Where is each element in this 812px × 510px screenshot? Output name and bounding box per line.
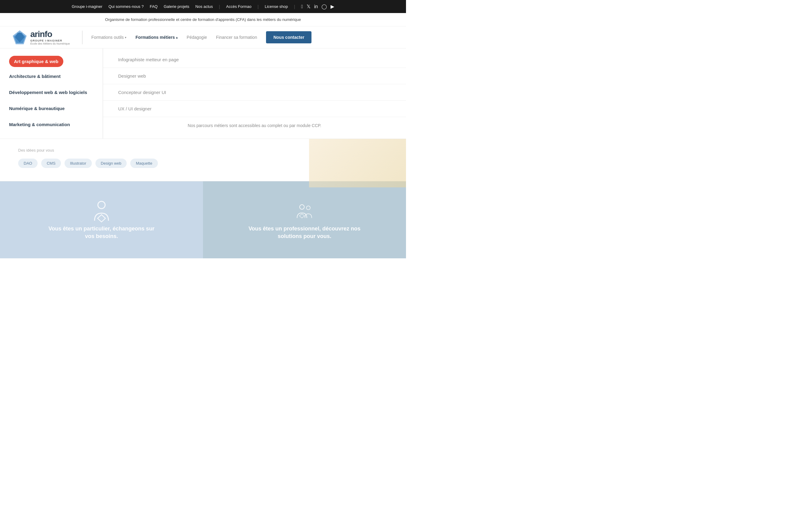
formations-metiers-dropdown: Art graphique & web Architecture & bâtim… xyxy=(0,49,406,139)
chevron-up-icon: ▴ xyxy=(176,36,178,39)
nav-formations-metiers[interactable]: Formations métiers ▴ xyxy=(136,35,178,40)
topbar-link-formao[interactable]: Accès Formao xyxy=(226,4,251,9)
professionnel-icon xyxy=(294,199,315,225)
cta-particulier-text: Vous êtes un particulier, échangeons sur… xyxy=(49,225,154,240)
svg-point-3 xyxy=(98,201,105,208)
dropdown-item-infographiste[interactable]: Infographiste metteur en page xyxy=(103,52,406,68)
cta-professionnel-text: Vous êtes un professionnel, découvrez no… xyxy=(248,225,361,240)
tag-dao[interactable]: DAO xyxy=(18,159,37,168)
instagram-icon[interactable]: ◯ xyxy=(322,4,327,9)
nav-pedagogie[interactable]: Pédagogie xyxy=(187,35,207,40)
topbar-link-faq[interactable]: FAQ xyxy=(150,4,157,9)
sidebar-item-marketing[interactable]: Marketing & communication xyxy=(9,118,94,131)
logo-subtitle-text: École des Métiers du Numérique xyxy=(30,42,70,45)
logo-diamond-icon xyxy=(12,30,27,45)
separator-2: | xyxy=(258,4,259,9)
separator-1: | xyxy=(219,4,220,9)
topbar-link-license[interactable]: License shop xyxy=(265,4,288,9)
chevron-down-icon: ▾ xyxy=(125,36,126,39)
tag-cms[interactable]: CMS xyxy=(41,159,61,168)
separator-3: | xyxy=(294,4,295,9)
tag-illustrator[interactable]: Illustrator xyxy=(64,159,91,168)
sidebar-item-numerique[interactable]: Numérique & bureautique xyxy=(9,102,94,115)
hero-image-overlay xyxy=(309,139,406,188)
tag-maquette[interactable]: Maquette xyxy=(130,159,157,168)
dropdown-item-designer-web[interactable]: Designer web xyxy=(103,68,406,84)
topbar-link-groupe[interactable]: Groupe i-maginer xyxy=(72,4,102,9)
logo-groupe-text: GROUPE I-MAGINER xyxy=(30,39,70,42)
search-tags-area: Des idées pour vous DAO CMS Illustrator … xyxy=(0,139,406,181)
tag-design-web[interactable]: Design web xyxy=(95,159,127,168)
particulier-icon xyxy=(91,199,112,225)
dropdown-item-ux-ui[interactable]: UX / UI designer xyxy=(103,101,406,117)
sidebar-item-wrapper-3: Numérique & bureautique xyxy=(9,101,94,116)
topbar-link-qui[interactable]: Qui sommes-nous ? xyxy=(109,4,144,9)
cta-professionnel[interactable]: Vous êtes un professionnel, découvrez no… xyxy=(203,181,406,258)
logo-area[interactable]: arinfo GROUPE I-MAGINER École des Métier… xyxy=(12,29,70,45)
contact-button[interactable]: Nous contacter xyxy=(266,31,311,44)
sidebar-item-wrapper-0: Art graphique & web xyxy=(9,55,94,68)
sidebar-item-art-graphique[interactable]: Art graphique & web xyxy=(9,56,63,67)
dropdown-item-concepteur[interactable]: Concepteur designer UI xyxy=(103,84,406,101)
nav-formations-outils[interactable]: Formations outils ▾ xyxy=(91,35,127,40)
svg-point-5 xyxy=(300,205,304,209)
main-navigation: arinfo GROUPE I-MAGINER École des Métier… xyxy=(0,26,406,49)
tagline-text: Organisme de formation professionnelle e… xyxy=(105,17,301,22)
nav-financer[interactable]: Financer sa formation xyxy=(216,35,257,40)
sidebar-item-wrapper-2: Développement web & web logiciels xyxy=(9,84,94,101)
cta-section: Vous êtes un particulier, échangeons sur… xyxy=(0,181,406,258)
topbar-link-galerie[interactable]: Galerie projets xyxy=(163,4,189,9)
svg-point-6 xyxy=(306,206,310,210)
logo-arinfo-text: arinfo xyxy=(30,29,70,39)
topbar-link-actus[interactable]: Nos actus xyxy=(196,4,213,9)
top-navigation-bar: Groupe i-maginer Qui sommes-nous ? FAQ G… xyxy=(0,0,406,13)
cta-particulier[interactable]: Vous êtes un particulier, échangeons sur… xyxy=(0,181,203,258)
nav-links-group: Formations outils ▾ Formations métiers ▴… xyxy=(91,31,394,44)
sidebar-item-wrapper-1: Architecture & bâtiment xyxy=(9,68,94,84)
sidebar-item-architecture[interactable]: Architecture & bâtiment xyxy=(9,69,94,83)
youtube-icon[interactable]: ▶ xyxy=(331,4,334,9)
dropdown-note-text: Nos parcours métiers sont accessibles au… xyxy=(103,117,406,134)
linkedin-icon[interactable]: in xyxy=(314,4,318,9)
sidebar-item-wrapper-4: Marketing & communication xyxy=(9,116,94,133)
facebook-icon[interactable]:  xyxy=(301,4,303,9)
social-icons-group:  𝕏 in ◯ ▶ xyxy=(301,4,334,9)
svg-marker-4 xyxy=(97,215,106,222)
sidebar-category-list: Art graphique & web Architecture & bâtim… xyxy=(0,49,103,139)
sidebar-item-developpement[interactable]: Développement web & web logiciels xyxy=(9,85,94,99)
tagline-bar: Organisme de formation professionnelle e… xyxy=(0,13,406,26)
svg-marker-7 xyxy=(299,214,304,218)
twitter-icon[interactable]: 𝕏 xyxy=(307,4,310,9)
dropdown-menu-items: Infographiste metteur en page Designer w… xyxy=(103,49,406,139)
logo-text: arinfo GROUPE I-MAGINER École des Métier… xyxy=(30,29,70,45)
